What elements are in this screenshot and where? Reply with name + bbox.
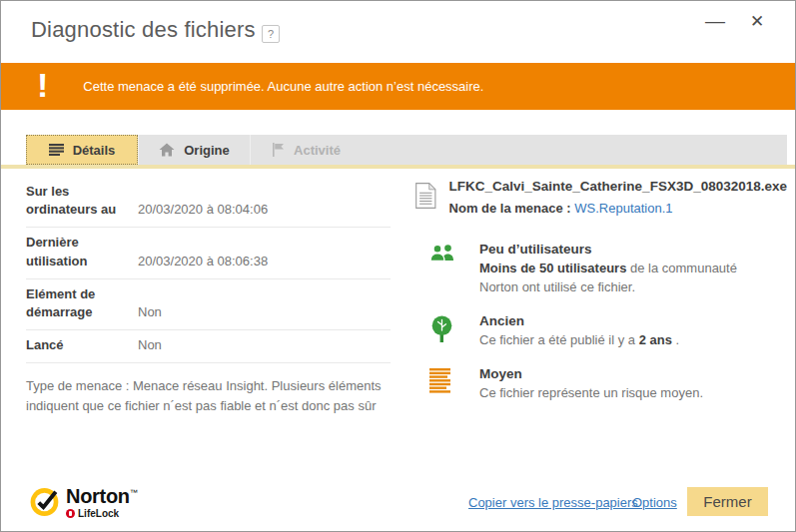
row-label: Sur les ordinateurs au: [26, 183, 138, 219]
lifelock-wordmark: LifeLock: [66, 508, 137, 519]
file-name: LFKC_Calvi_Sainte_Catherine_FSX3D_080320…: [449, 179, 787, 194]
tab-bar: Détails Origine Activité: [26, 135, 787, 165]
minimize-button[interactable]: —: [698, 5, 732, 37]
insight-risk-text: Moyen Ce fichier représente un risque mo…: [479, 366, 774, 403]
insight-title: Moyen: [479, 366, 774, 381]
table-row: Dernière utilisation 20/03/2020 à 08:06:…: [26, 228, 391, 278]
threat-line: Nom de la menace : WS.Reputation.1: [449, 201, 787, 216]
norton-wordmark: Norton™ LifeLock: [66, 486, 137, 519]
row-value: 20/03/2020 à 08:04:06: [138, 201, 268, 219]
users-icon: [429, 242, 461, 297]
list-icon: [49, 144, 64, 156]
options-link[interactable]: Options: [632, 495, 677, 510]
insight-body-rest: Ce fichier représente un risque moyen.: [479, 385, 703, 400]
insight-title: Ancien: [479, 313, 774, 328]
row-label: Elément de démarrage: [26, 285, 138, 321]
file-header: LFKC_Calvi_Sainte_Catherine_FSX3D_080320…: [415, 177, 787, 216]
insight-body-bold: Moins de 50 utilisateurs: [479, 261, 626, 275]
row-value: Non: [138, 336, 162, 354]
insight-risk: Moyen Ce fichier représente un risque mo…: [415, 366, 787, 403]
insight-body: Ce fichier représente un risque moyen.: [479, 384, 774, 403]
minimize-icon: —: [705, 10, 725, 33]
table-row: Elément de démarrage Non: [26, 279, 391, 330]
tab-activite-label: Activité: [294, 143, 341, 158]
threat-removed-banner: ! Cette menace a été supprimée. Aucune a…: [1, 63, 795, 110]
details-table: Sur les ordinateurs au 20/03/2020 à 08:0…: [26, 177, 391, 415]
close-window-button[interactable]: ✕: [740, 5, 774, 37]
flag-icon: [272, 143, 285, 157]
norton-lifelock-logo: Norton™ LifeLock: [29, 484, 137, 519]
copy-to-clipboard-link[interactable]: Copier vers le presse-papiers: [468, 495, 638, 510]
close-icon: ✕: [750, 11, 764, 32]
row-value: 20/03/2020 à 08:06:38: [138, 253, 268, 270]
document-icon: [415, 177, 436, 215]
insight-age-text: Ancien Ce fichier a été publié il y a 2 …: [479, 313, 774, 350]
insight-body: Ce fichier a été publié il y a 2 ans .: [479, 331, 774, 350]
insight-body-rest: .: [672, 332, 679, 347]
row-label: Dernière utilisation: [26, 234, 138, 269]
threat-label: Nom de la menace :: [449, 201, 575, 216]
help-icon[interactable]: ?: [262, 25, 280, 43]
close-dialog-button[interactable]: Fermer: [687, 487, 768, 516]
norton-check-icon: [29, 484, 62, 518]
risk-level-icon: [429, 366, 461, 403]
threat-type-note: Type de menace : Menace réseau Insight. …: [26, 376, 386, 415]
tab-origine-label: Origine: [184, 143, 230, 158]
threat-name-link[interactable]: WS.Reputation.1: [574, 201, 672, 216]
insight-users: Peu d’utilisateurs Moins de 50 utilisate…: [415, 242, 787, 297]
lifelock-label: LifeLock: [78, 508, 119, 519]
insight-body-pre: Ce fichier a été publié il y a: [479, 332, 639, 347]
file-header-text: LFKC_Calvi_Sainte_Catherine_FSX3D_080320…: [449, 177, 787, 216]
home-icon: [159, 143, 175, 157]
lifelock-icon: [66, 509, 75, 518]
insight-users-text: Peu d’utilisateurs Moins de 50 utilisate…: [479, 242, 774, 297]
tab-origine[interactable]: Origine: [138, 135, 250, 165]
row-value: Non: [138, 303, 162, 321]
exclamation-icon: !: [37, 68, 48, 102]
tab-details-label: Détails: [73, 143, 116, 158]
insight-body: Moins de 50 utilisateurs de la communaut…: [479, 260, 774, 297]
table-row: Sur les ordinateurs au 20/03/2020 à 08:0…: [26, 177, 391, 228]
insight-title: Peu d’utilisateurs: [479, 242, 774, 257]
table-row: Lancé Non: [26, 330, 391, 363]
tree-icon: [429, 313, 461, 350]
page-title: Diagnostic des fichiers: [31, 17, 256, 43]
tab-activite[interactable]: Activité: [250, 135, 362, 165]
trademark: ™: [130, 488, 138, 497]
file-summary-panel: LFKC_Calvi_Sainte_Catherine_FSX3D_080320…: [415, 177, 787, 418]
banner-message: Cette menace a été supprimée. Aucune aut…: [83, 79, 483, 94]
brand-name: Norton™: [66, 486, 137, 506]
tab-details[interactable]: Détails: [26, 135, 138, 165]
insight-body-bold: 2 ans: [639, 332, 672, 347]
row-label: Lancé: [26, 336, 138, 354]
insight-age: Ancien Ce fichier a été publié il y a 2 …: [415, 313, 787, 350]
tab-underline: [1, 165, 795, 169]
file-insight-dialog: Diagnostic des fichiers ? — ✕ ! Cette me…: [0, 0, 796, 532]
